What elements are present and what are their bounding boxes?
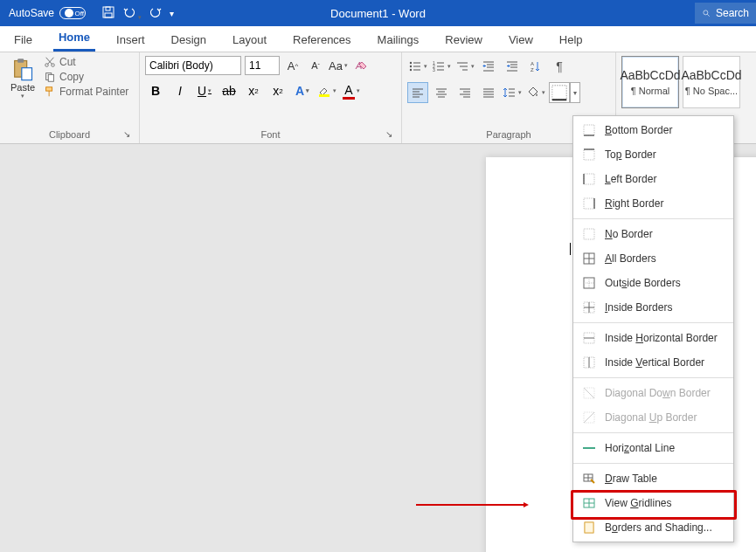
search-label: Search — [716, 7, 749, 19]
border-none-icon — [582, 227, 596, 241]
justify-icon — [482, 86, 496, 100]
tab-insert[interactable]: Insert — [111, 28, 150, 52]
tab-home[interactable]: Home — [53, 25, 95, 52]
svg-rect-66 — [584, 125, 594, 135]
tab-view[interactable]: View — [503, 28, 538, 52]
text-effects-button[interactable]: A — [292, 80, 313, 101]
borders-split-button[interactable]: ▾ — [549, 82, 580, 103]
shading-button[interactable] — [525, 82, 546, 103]
menu-item-dialog[interactable]: Borders and Shading... — [573, 515, 733, 540]
font-size-input[interactable] — [245, 56, 280, 75]
bullets-button[interactable] — [407, 56, 428, 77]
paste-icon — [10, 58, 35, 82]
highlight-icon — [317, 84, 331, 98]
border-inside-icon — [582, 300, 596, 314]
change-case-button[interactable]: Aa — [329, 56, 348, 75]
menu-separator — [573, 377, 733, 378]
clipboard-dialog-launcher[interactable]: ↘ — [121, 129, 132, 140]
svg-line-89 — [584, 388, 594, 398]
bold-button[interactable]: B — [145, 80, 166, 101]
border-draw-icon — [582, 472, 596, 486]
cut-icon — [44, 56, 56, 68]
menu-item-all[interactable]: All Borders — [573, 246, 733, 271]
svg-text:A: A — [531, 61, 534, 66]
bullets-icon — [408, 59, 422, 73]
save-icon[interactable] — [101, 5, 115, 22]
menu-separator — [573, 432, 733, 433]
menu-item-inh[interactable]: Inside Horizontal Border — [573, 326, 733, 350]
menu-item-hline[interactable]: Horizontal Line — [573, 436, 733, 460]
highlight-button[interactable] — [316, 80, 337, 101]
menu-item-bottom[interactable]: Bottom Border — [573, 118, 733, 142]
svg-text:3: 3 — [433, 67, 435, 72]
clear-formatting-button[interactable]: A — [351, 56, 371, 75]
paste-button[interactable]: Paste ▾ — [5, 56, 40, 128]
tab-review[interactable]: Review — [440, 28, 488, 52]
shrink-font-button[interactable]: Aˇ — [306, 56, 325, 75]
menu-item-inside[interactable]: Inside Borders — [573, 295, 733, 320]
italic-button[interactable]: I — [170, 80, 191, 101]
menu-item-grid[interactable]: View Gridlines — [573, 491, 733, 515]
menu-item-right[interactable]: Right Border — [573, 191, 733, 216]
align-center-icon — [434, 86, 448, 100]
svg-rect-14 — [46, 87, 52, 91]
group-label-clipboard: Clipboard — [49, 129, 90, 140]
borders-dropdown-arrow[interactable]: ▾ — [570, 82, 580, 103]
toggle-off-icon: Off — [59, 7, 86, 19]
menu-item-none[interactable]: No Border — [573, 222, 733, 246]
tab-layout[interactable]: Layout — [227, 28, 272, 52]
group-font: A^ Aˇ Aa A B I U ab x2 x2 A A Font↘ — [140, 52, 402, 143]
align-center-button[interactable] — [431, 82, 452, 103]
autosave-toggle[interactable]: AutoSave Off — [0, 7, 94, 19]
tab-help[interactable]: Help — [554, 28, 588, 52]
copy-button[interactable]: Copy — [44, 71, 128, 83]
grow-font-button[interactable]: A^ — [283, 56, 302, 75]
show-marks-button[interactable]: ¶ — [549, 56, 570, 77]
multilevel-button[interactable] — [454, 56, 475, 77]
tab-design[interactable]: Design — [166, 28, 212, 52]
format-painter-button[interactable]: Format Painter — [44, 86, 128, 98]
svg-rect-17 — [319, 94, 329, 97]
font-name-input[interactable] — [145, 56, 241, 75]
tab-mailings[interactable]: Mailings — [372, 28, 425, 52]
border-left-icon — [582, 172, 596, 186]
menu-item-outside[interactable]: Outside Borders — [573, 271, 733, 295]
qat-customize-icon[interactable]: ▾ — [170, 9, 174, 18]
style-normal[interactable]: AaBbCcDd ¶ Normal — [621, 56, 679, 108]
font-dialog-launcher[interactable]: ↘ — [384, 129, 394, 140]
svg-line-4 — [707, 14, 709, 16]
tab-file[interactable]: File — [9, 28, 38, 52]
style-no-spacing[interactable]: AaBbCcDd ¶ No Spac... — [683, 56, 740, 108]
undo-icon[interactable] — [122, 5, 142, 22]
group-label-paragraph: Paragraph — [486, 129, 531, 140]
justify-button[interactable] — [478, 82, 499, 103]
text-cursor-icon — [570, 243, 571, 255]
menu-item-top[interactable]: Top Border — [573, 142, 733, 167]
menu-item-left[interactable]: Left Border — [573, 167, 733, 191]
decrease-indent-button[interactable] — [478, 56, 499, 77]
border-bottom-icon — [582, 123, 596, 137]
cut-button[interactable]: Cut — [44, 56, 128, 68]
underline-button[interactable]: U — [194, 80, 215, 101]
border-inh-icon — [582, 331, 596, 345]
align-left-button[interactable] — [407, 82, 428, 103]
align-right-button[interactable] — [454, 82, 475, 103]
svg-rect-100 — [585, 522, 593, 533]
svg-rect-64 — [552, 86, 567, 100]
strikethrough-button[interactable]: ab — [218, 80, 239, 101]
subscript-button[interactable]: x2 — [243, 80, 264, 101]
menu-item-draw[interactable]: Draw Table — [573, 466, 733, 491]
menu-item-inv[interactable]: Inside Vertical Border — [573, 350, 733, 375]
redo-icon[interactable] — [149, 5, 163, 22]
menu-separator — [573, 322, 733, 323]
numbering-button[interactable]: 123 — [431, 56, 452, 77]
clear-formatting-icon: A — [354, 59, 368, 72]
tab-references[interactable]: References — [288, 28, 356, 52]
sort-button[interactable]: AZ — [525, 56, 546, 77]
search-box[interactable]: Search — [695, 3, 756, 24]
ribbon-tabs: FileHomeInsertDesignLayoutReferencesMail… — [0, 26, 756, 52]
superscript-button[interactable]: x2 — [267, 80, 288, 101]
increase-indent-button[interactable] — [502, 56, 523, 77]
font-color-button[interactable]: A — [341, 80, 362, 101]
line-spacing-button[interactable] — [502, 82, 523, 103]
